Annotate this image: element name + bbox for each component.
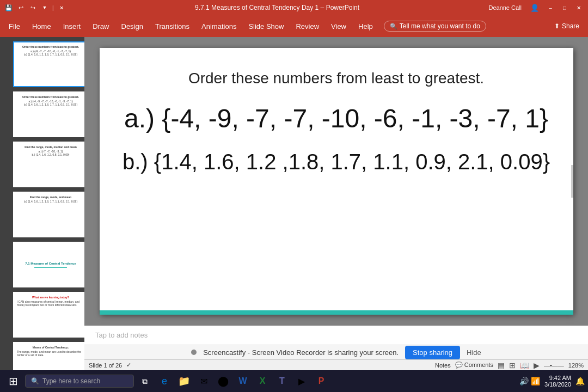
chrome-icon[interactable]: ⬤ [215, 372, 232, 390]
stop-sharing-button[interactable]: Stop sharing [405, 346, 460, 359]
slide-thumb-5[interactable]: 7.1 Measure of Central Tendency [13, 242, 84, 287]
maximize-button[interactable]: □ [560, 4, 569, 11]
share-icon: ⬆ [554, 22, 560, 30]
teams-icon[interactable]: T [273, 372, 291, 390]
slide-thumb-content-1: Order these numbers from least to greate… [15, 44, 84, 85]
tell-me-input[interactable]: 🔍 Tell me what you want to do [384, 21, 486, 32]
slide-line-a[interactable]: a.) {-4, -9, -7, -7, -10, -6, -1, -3, -7… [124, 103, 548, 133]
view-slideshow-icon[interactable]: ▶ [534, 361, 540, 370]
menu-review[interactable]: Review [290, 20, 324, 33]
accessibility-icon: ✓ [126, 362, 131, 369]
menu-bar: File Home Insert Draw Design Transitions… [0, 15, 588, 37]
menu-animations[interactable]: Animations [196, 20, 242, 33]
slide-item-5[interactable]: 5 7.1 Measure of Central Tendency [3, 242, 81, 287]
powerpoint-icon[interactable]: P [313, 372, 330, 390]
share-button[interactable]: ⬆ Share [549, 20, 585, 32]
taskbar-clock: 9:42 AM 3/18/2020 [544, 375, 571, 388]
slide-canvas[interactable]: Order these numbers from least to greate… [100, 48, 573, 315]
slide-thumb-content-6: What are we learning today? I CAN also m… [15, 294, 84, 335]
slide-item-6[interactable]: 6 What are we learning today? I CAN also… [3, 292, 81, 338]
status-right: Notes 💬 Comments ▤ ⊞ 📖 ▶ —•—— 128% [435, 361, 584, 370]
window-controls: Deanne Call 👤 – □ ✕ [488, 4, 584, 12]
clock-date: 3/18/2020 [544, 381, 571, 388]
redo-icon[interactable]: ↪ [28, 3, 37, 12]
slide-thumb-content-4: Find the range, mode, and mean b.) {1.4,… [15, 194, 84, 235]
explorer-icon[interactable]: 📁 [175, 372, 193, 390]
menu-design[interactable]: Design [116, 20, 149, 33]
screencastify-taskbar-icon[interactable]: ▶ [293, 372, 310, 390]
customize-icon[interactable]: ▼ [40, 3, 49, 12]
slide-item-7[interactable]: 7 Means of Central Tendency: The range, … [3, 342, 81, 370]
slide-line-b[interactable]: b.) {1.4, 1.6, 1.2 ,1.8, 1.7, 1.1, 0.9, … [122, 150, 550, 174]
task-view-icon[interactable]: ⧉ [136, 372, 154, 390]
view-slide-sorter-icon[interactable]: ⊞ [509, 361, 516, 370]
slide-item-4[interactable]: 4 Find the range, mode, and mean b.) {1.… [3, 192, 81, 237]
menu-insert[interactable]: Insert [58, 20, 87, 33]
slide-thumb-2[interactable]: Order these numbers from least to greate… [13, 91, 84, 137]
mail-icon[interactable]: ✉ [195, 372, 212, 390]
menu-transitions[interactable]: Transitions [150, 20, 195, 33]
close-button[interactable]: ✕ [574, 4, 584, 11]
main-layout: 1 Order these numbers from least to grea… [0, 37, 588, 370]
slide-thumb-4[interactable]: Find the range, mode, and mean b.) {1.4,… [13, 192, 84, 237]
hide-button[interactable]: Hide [467, 348, 481, 357]
share-label: Share [562, 22, 579, 30]
save-icon[interactable]: 💾 [4, 3, 13, 12]
notes-placeholder: Tap to add notes [95, 331, 148, 339]
clock-time: 9:42 AM [544, 375, 571, 381]
slide-thumb-content-5: 7.1 Measure of Central Tendency [15, 244, 84, 285]
zoom-level: 128% [568, 362, 584, 369]
zoom-slider[interactable]: —•—— [544, 362, 564, 369]
system-tray: 🔊 📶 [519, 377, 540, 385]
menu-help[interactable]: Help [353, 20, 378, 33]
slide-thumb-content-2: Order these numbers from least to greate… [15, 94, 84, 135]
slide-canvas-area[interactable]: Order these numbers from least to greate… [84, 37, 588, 326]
slide-item-3[interactable]: 3 Find the range, mode, median and mean … [3, 142, 81, 187]
search-icon: 🔍 [31, 377, 39, 385]
word-icon[interactable]: W [234, 372, 252, 390]
slide-thumb-7[interactable]: Means of Central Tendency: The range, mo… [13, 342, 84, 370]
separator: | [52, 5, 54, 11]
slide-editor: Order these numbers from least to greate… [84, 37, 588, 370]
notes-toggle[interactable]: Notes [435, 362, 451, 369]
window-title: 9.7.1 Measures of Central Tendency Day 1… [66, 4, 489, 11]
search-bar[interactable]: 🔍 Type here to search [25, 375, 134, 388]
excel-icon[interactable]: X [254, 372, 271, 390]
edge-icon[interactable]: e [156, 372, 173, 390]
account-icon: 👤 [530, 4, 539, 12]
search-icon: 🔍 [390, 23, 397, 30]
menu-slideshow[interactable]: Slide Show [243, 20, 289, 33]
menu-home[interactable]: Home [27, 20, 57, 33]
slide-thumb-1[interactable]: Order these numbers from least to greate… [13, 41, 84, 87]
slide-item-2[interactable]: 2 Order these numbers from least to grea… [3, 91, 81, 137]
notes-area[interactable]: Tap to add notes [84, 326, 588, 345]
start-button[interactable]: ⊞ [3, 371, 23, 391]
slide-thumb-6[interactable]: What are we learning today? I CAN also m… [13, 292, 84, 338]
undo-icon[interactable]: ↩ [16, 3, 25, 12]
user-name: Deanne Call [488, 4, 522, 11]
slide-thumb-content-3: Find the range, mode, median and mean a.… [15, 144, 84, 185]
screencastify-message: Screencastify - Screen Video Recorder is… [203, 348, 399, 357]
slide-panel[interactable]: 1 Order these numbers from least to grea… [0, 37, 84, 370]
menu-draw[interactable]: Draw [87, 20, 114, 33]
menu-view[interactable]: View [326, 20, 352, 33]
comments-toggle[interactable]: 💬 Comments [455, 362, 493, 369]
status-bar: Slide 1 of 26 ✓ Notes 💬 Comments ▤ ⊞ 📖 ▶… [84, 359, 588, 370]
taskbar: ⊞ 🔍 Type here to search ⧉ e 📁 ✉ ⬤ W X T … [0, 370, 588, 392]
view-reading-icon[interactable]: 📖 [520, 361, 529, 370]
quick-access-toolbar: 💾 ↩ ↪ ▼ | ✕ [4, 3, 66, 12]
slide-bottom-accent-bar [100, 310, 573, 315]
close-small-icon[interactable]: ✕ [57, 3, 66, 12]
recording-dot [191, 350, 197, 355]
slide-thumb-content-7: Means of Central Tendency: The range, mo… [15, 344, 84, 370]
slide-count: Slide 1 of 26 [89, 362, 122, 369]
slide-item-1[interactable]: 1 Order these numbers from least to grea… [3, 41, 81, 87]
slide-thumb-3[interactable]: Find the range, mode, median and mean a.… [13, 142, 84, 187]
notification-icon[interactable]: 🔔 [575, 377, 585, 385]
minimize-button[interactable]: – [546, 4, 555, 11]
menu-file[interactable]: File [3, 20, 26, 33]
screencastify-bar: Screencastify - Screen Video Recorder is… [84, 345, 588, 360]
slide-scroll-indicator [571, 165, 573, 198]
slide-main-title: Order these numbers from least to greate… [188, 70, 484, 87]
view-normal-icon[interactable]: ▤ [498, 361, 505, 370]
